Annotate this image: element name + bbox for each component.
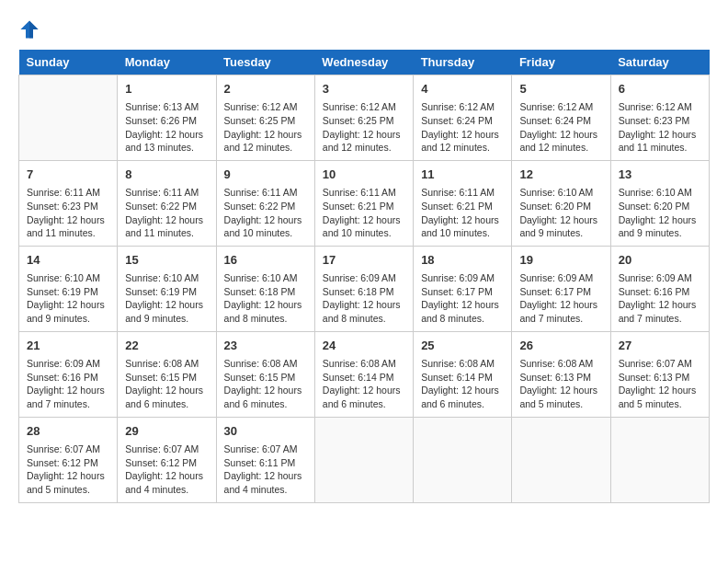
calendar-cell: 29Sunrise: 6:07 AM Sunset: 6:12 PM Dayli… xyxy=(118,417,216,502)
day-number: 13 xyxy=(619,167,701,183)
day-number: 27 xyxy=(619,338,701,354)
header-sunday: Sunday xyxy=(19,50,118,75)
day-number: 16 xyxy=(224,252,307,269)
calendar-cell: 30Sunrise: 6:07 AM Sunset: 6:11 PM Dayli… xyxy=(216,417,314,502)
page-header xyxy=(18,18,710,40)
day-number: 20 xyxy=(619,252,701,269)
calendar-table: SundayMondayTuesdayWednesdayThursdayFrid… xyxy=(18,50,710,503)
cell-info: Sunrise: 6:09 AM Sunset: 6:16 PM Dayligh… xyxy=(619,271,701,326)
day-number: 8 xyxy=(125,167,208,183)
calendar-cell: 22Sunrise: 6:08 AM Sunset: 6:15 PM Dayli… xyxy=(118,331,216,417)
cell-info: Sunrise: 6:09 AM Sunset: 6:18 PM Dayligh… xyxy=(323,271,405,326)
calendar-cell: 4Sunrise: 6:12 AM Sunset: 6:24 PM Daylig… xyxy=(414,75,512,161)
calendar-cell: 24Sunrise: 6:08 AM Sunset: 6:14 PM Dayli… xyxy=(314,331,413,417)
cell-info: Sunrise: 6:10 AM Sunset: 6:19 PM Dayligh… xyxy=(27,271,109,326)
calendar-week-0: 1Sunrise: 6:13 AM Sunset: 6:26 PM Daylig… xyxy=(19,75,710,161)
calendar-cell: 28Sunrise: 6:07 AM Sunset: 6:12 PM Dayli… xyxy=(19,417,118,502)
calendar-cell xyxy=(314,417,413,502)
cell-info: Sunrise: 6:11 AM Sunset: 6:21 PM Dayligh… xyxy=(323,186,405,240)
cell-info: Sunrise: 6:07 AM Sunset: 6:11 PM Dayligh… xyxy=(224,442,307,497)
header-thursday: Thursday xyxy=(414,50,512,75)
cell-info: Sunrise: 6:10 AM Sunset: 6:20 PM Dayligh… xyxy=(619,186,701,240)
calendar-cell: 10Sunrise: 6:11 AM Sunset: 6:21 PM Dayli… xyxy=(314,160,413,246)
cell-info: Sunrise: 6:13 AM Sunset: 6:26 PM Dayligh… xyxy=(125,100,208,155)
cell-info: Sunrise: 6:10 AM Sunset: 6:20 PM Dayligh… xyxy=(519,186,602,240)
calendar-cell: 26Sunrise: 6:08 AM Sunset: 6:13 PM Dayli… xyxy=(512,331,610,417)
cell-info: Sunrise: 6:08 AM Sunset: 6:14 PM Dayligh… xyxy=(323,357,405,411)
day-number: 5 xyxy=(519,81,602,98)
day-number: 25 xyxy=(421,338,504,354)
day-number: 22 xyxy=(125,338,208,354)
calendar-header-row: SundayMondayTuesdayWednesdayThursdayFrid… xyxy=(19,50,710,75)
day-number: 10 xyxy=(323,167,405,183)
cell-info: Sunrise: 6:08 AM Sunset: 6:15 PM Dayligh… xyxy=(125,357,208,411)
day-number: 26 xyxy=(519,338,602,354)
day-number: 19 xyxy=(519,252,602,269)
calendar-cell: 21Sunrise: 6:09 AM Sunset: 6:16 PM Dayli… xyxy=(19,331,118,417)
day-number: 9 xyxy=(224,167,307,183)
calendar-cell: 18Sunrise: 6:09 AM Sunset: 6:17 PM Dayli… xyxy=(414,246,512,331)
calendar-cell: 27Sunrise: 6:07 AM Sunset: 6:13 PM Dayli… xyxy=(610,331,709,417)
logo-icon xyxy=(18,18,40,40)
day-number: 1 xyxy=(125,81,208,98)
calendar-week-3: 21Sunrise: 6:09 AM Sunset: 6:16 PM Dayli… xyxy=(19,331,710,417)
calendar-cell: 14Sunrise: 6:10 AM Sunset: 6:19 PM Dayli… xyxy=(19,246,118,331)
calendar-cell xyxy=(512,417,610,502)
cell-info: Sunrise: 6:11 AM Sunset: 6:22 PM Dayligh… xyxy=(125,186,208,240)
calendar-cell xyxy=(610,417,709,502)
day-number: 4 xyxy=(421,81,504,98)
cell-info: Sunrise: 6:07 AM Sunset: 6:12 PM Dayligh… xyxy=(27,442,109,497)
cell-info: Sunrise: 6:07 AM Sunset: 6:13 PM Dayligh… xyxy=(619,357,701,411)
day-number: 21 xyxy=(27,338,109,354)
day-number: 14 xyxy=(27,252,109,269)
calendar-cell: 7Sunrise: 6:11 AM Sunset: 6:23 PM Daylig… xyxy=(19,160,118,246)
day-number: 18 xyxy=(421,252,504,269)
calendar-cell: 19Sunrise: 6:09 AM Sunset: 6:17 PM Dayli… xyxy=(512,246,610,331)
day-number: 23 xyxy=(224,338,307,354)
day-number: 30 xyxy=(224,423,307,440)
cell-info: Sunrise: 6:10 AM Sunset: 6:18 PM Dayligh… xyxy=(224,271,307,326)
day-number: 29 xyxy=(125,423,208,440)
day-number: 28 xyxy=(27,423,109,440)
calendar-cell: 12Sunrise: 6:10 AM Sunset: 6:20 PM Dayli… xyxy=(512,160,610,246)
cell-info: Sunrise: 6:08 AM Sunset: 6:15 PM Dayligh… xyxy=(224,357,307,411)
cell-info: Sunrise: 6:09 AM Sunset: 6:17 PM Dayligh… xyxy=(421,271,504,326)
cell-info: Sunrise: 6:12 AM Sunset: 6:23 PM Dayligh… xyxy=(619,100,701,155)
calendar-cell: 8Sunrise: 6:11 AM Sunset: 6:22 PM Daylig… xyxy=(118,160,216,246)
calendar-cell: 16Sunrise: 6:10 AM Sunset: 6:18 PM Dayli… xyxy=(216,246,314,331)
day-number: 11 xyxy=(421,167,504,183)
cell-info: Sunrise: 6:10 AM Sunset: 6:19 PM Dayligh… xyxy=(125,271,208,326)
cell-info: Sunrise: 6:12 AM Sunset: 6:25 PM Dayligh… xyxy=(224,100,307,155)
cell-info: Sunrise: 6:08 AM Sunset: 6:14 PM Dayligh… xyxy=(421,357,504,411)
calendar-cell: 5Sunrise: 6:12 AM Sunset: 6:24 PM Daylig… xyxy=(512,75,610,161)
calendar-cell: 20Sunrise: 6:09 AM Sunset: 6:16 PM Dayli… xyxy=(610,246,709,331)
logo xyxy=(18,18,44,40)
calendar-cell: 6Sunrise: 6:12 AM Sunset: 6:23 PM Daylig… xyxy=(610,75,709,161)
calendar-cell: 13Sunrise: 6:10 AM Sunset: 6:20 PM Dayli… xyxy=(610,160,709,246)
day-number: 12 xyxy=(519,167,602,183)
calendar-week-2: 14Sunrise: 6:10 AM Sunset: 6:19 PM Dayli… xyxy=(19,246,710,331)
calendar-cell: 2Sunrise: 6:12 AM Sunset: 6:25 PM Daylig… xyxy=(216,75,314,161)
header-monday: Monday xyxy=(118,50,216,75)
calendar-cell xyxy=(414,417,512,502)
cell-info: Sunrise: 6:12 AM Sunset: 6:24 PM Dayligh… xyxy=(519,100,602,155)
calendar-cell xyxy=(19,75,118,161)
day-number: 24 xyxy=(323,338,405,354)
calendar-cell: 9Sunrise: 6:11 AM Sunset: 6:22 PM Daylig… xyxy=(216,160,314,246)
day-number: 7 xyxy=(27,167,109,183)
calendar-week-1: 7Sunrise: 6:11 AM Sunset: 6:23 PM Daylig… xyxy=(19,160,710,246)
header-saturday: Saturday xyxy=(610,50,709,75)
day-number: 17 xyxy=(323,252,405,269)
day-number: 6 xyxy=(619,81,701,98)
day-number: 2 xyxy=(224,81,307,98)
calendar-week-4: 28Sunrise: 6:07 AM Sunset: 6:12 PM Dayli… xyxy=(19,417,710,502)
header-wednesday: Wednesday xyxy=(314,50,413,75)
cell-info: Sunrise: 6:12 AM Sunset: 6:24 PM Dayligh… xyxy=(421,100,504,155)
cell-info: Sunrise: 6:07 AM Sunset: 6:12 PM Dayligh… xyxy=(125,442,208,497)
cell-info: Sunrise: 6:09 AM Sunset: 6:17 PM Dayligh… xyxy=(519,271,602,326)
cell-info: Sunrise: 6:11 AM Sunset: 6:21 PM Dayligh… xyxy=(421,186,504,240)
day-number: 15 xyxy=(125,252,208,269)
cell-info: Sunrise: 6:09 AM Sunset: 6:16 PM Dayligh… xyxy=(27,357,109,411)
calendar-cell: 23Sunrise: 6:08 AM Sunset: 6:15 PM Dayli… xyxy=(216,331,314,417)
calendar-cell: 11Sunrise: 6:11 AM Sunset: 6:21 PM Dayli… xyxy=(414,160,512,246)
